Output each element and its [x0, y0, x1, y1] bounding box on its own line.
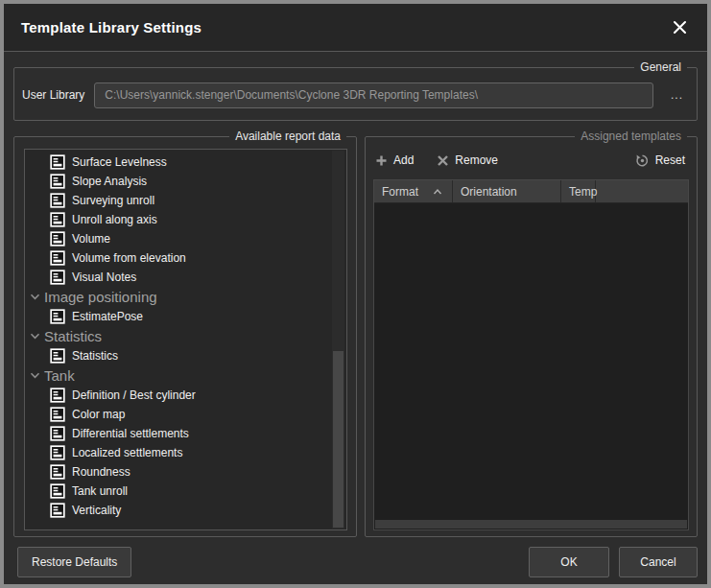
tree-item-label: Tank unroll	[72, 484, 128, 498]
tree-group[interactable]: Statistics	[25, 326, 330, 346]
chevron-down-icon[interactable]	[29, 331, 40, 342]
report-icon	[50, 250, 65, 266]
available-report-data-group: Available report data Surface LevelnessS…	[13, 136, 357, 537]
window-frame: Template Library Settings General User L…	[0, 0, 711, 588]
tree-item[interactable]: Surface Levelness	[25, 153, 330, 172]
table-hscrollbar-thumb[interactable]	[375, 520, 687, 529]
report-data-tree: Surface LevelnessSlope AnalysisSurveying…	[25, 153, 330, 520]
remove-button[interactable]: Remove	[437, 153, 498, 167]
close-button[interactable]	[667, 15, 692, 40]
ok-button[interactable]: OK	[529, 547, 609, 577]
tree-item-label: Roundness	[72, 465, 130, 479]
tree-scrollbar-thumb[interactable]	[333, 351, 344, 528]
tree-item[interactable]: Volume from elevation	[25, 248, 330, 268]
column-header-label: Format	[382, 185, 418, 199]
tree-vertical-scrollbar	[332, 151, 344, 529]
report-data-listbox: Surface LevelnessSlope AnalysisSurveying…	[24, 149, 347, 530]
report-icon	[50, 309, 65, 324]
tree-group[interactable]: Tank	[25, 365, 330, 386]
tree-group[interactable]: Image positioning	[25, 287, 330, 307]
tree-item-label: Differential settlements	[72, 427, 189, 440]
tree-group-label: Statistics	[44, 328, 102, 344]
tree-item-label: Localized settlements	[72, 446, 182, 459]
tree-item-label: Surveying unroll	[72, 194, 154, 207]
template-library-settings-dialog: Template Library Settings General User L…	[4, 4, 707, 584]
column-header-label: Temp	[569, 185, 597, 199]
report-icon	[50, 193, 65, 208]
user-library-input[interactable]	[94, 82, 653, 108]
reset-button[interactable]: Reset	[635, 153, 685, 168]
titlebar: Template Library Settings	[4, 4, 707, 52]
available-legend: Available report data	[229, 129, 346, 144]
tree-item[interactable]: Verticality	[25, 501, 330, 520]
assigned-templates-table: FormatOrientationTemp	[373, 179, 689, 530]
tree-item[interactable]: Visual Notes	[25, 268, 330, 287]
tree-item-label: EstimatePose	[72, 310, 143, 323]
tree-item-label: Statistics	[72, 349, 118, 363]
tree-item[interactable]: Surveying unroll	[25, 191, 330, 210]
report-icon	[50, 212, 65, 227]
dialog-title: Template Library Settings	[21, 19, 201, 35]
column-header-label: Orientation	[461, 185, 517, 199]
report-icon	[50, 154, 65, 170]
report-icon	[50, 464, 65, 480]
assigned-templates-group: Assigned templates Add Remo	[365, 136, 698, 537]
reset-icon	[635, 153, 650, 168]
add-label: Add	[393, 153, 414, 167]
tree-item-label: Definition / Best cylinder	[72, 388, 196, 402]
tree-group-label: Tank	[44, 367, 75, 384]
report-icon	[50, 426, 65, 441]
report-icon	[50, 503, 65, 518]
panels-row: Available report data Surface LevelnessS…	[13, 136, 698, 537]
x-icon	[437, 154, 449, 167]
general-group: General User Library ...	[13, 67, 698, 121]
user-library-label: User Library	[22, 88, 84, 102]
report-icon	[50, 407, 65, 422]
table-horizontal-scrollbar	[374, 520, 688, 529]
cancel-button[interactable]: Cancel	[619, 547, 698, 577]
tree-item[interactable]: Localized settlements	[25, 443, 330, 462]
reset-label: Reset	[655, 153, 685, 167]
dialog-body: General User Library ... Available repor…	[4, 52, 707, 584]
footer: Restore Defaults OK Cancel	[13, 537, 698, 584]
tree-item[interactable]: Volume	[25, 229, 330, 248]
remove-label: Remove	[455, 153, 498, 167]
tree-item[interactable]: Color map	[25, 405, 330, 424]
column-header-format[interactable]: Format	[374, 180, 453, 202]
tree-item-label: Volume from elevation	[72, 251, 186, 265]
report-icon	[50, 483, 65, 499]
column-header-empty[interactable]	[596, 180, 688, 202]
tree-item[interactable]: Slope Analysis	[25, 172, 330, 191]
chevron-down-icon[interactable]	[29, 292, 40, 303]
tree-item[interactable]: Roundness	[25, 462, 330, 482]
general-legend: General	[634, 59, 687, 75]
report-icon	[50, 445, 65, 460]
close-icon	[672, 19, 688, 35]
chevron-down-icon[interactable]	[29, 370, 40, 382]
restore-defaults-button[interactable]: Restore Defaults	[17, 547, 131, 577]
tree-item[interactable]: Differential settlements	[25, 424, 330, 443]
tree-item[interactable]: Statistics	[25, 346, 330, 365]
tree-item-label: Volume	[72, 232, 110, 246]
tree-group-label: Image positioning	[44, 289, 157, 305]
report-icon	[50, 231, 65, 247]
tree-item-label: Slope Analysis	[72, 175, 147, 188]
report-icon	[50, 270, 65, 285]
assigned-legend: Assigned templates	[575, 129, 687, 144]
tree-item-label: Unroll along axis	[72, 213, 157, 226]
add-button[interactable]: Add	[375, 153, 414, 167]
tree-item-label: Verticality	[72, 504, 121, 517]
tree-item-label: Color map	[72, 408, 125, 421]
tree-item-label: Surface Levelness	[72, 155, 167, 169]
table-body-empty[interactable]	[374, 203, 688, 520]
column-header-orientation[interactable]: Orientation	[453, 180, 561, 202]
tree-item[interactable]: Unroll along axis	[25, 210, 330, 229]
report-icon	[50, 388, 65, 403]
report-icon	[50, 348, 65, 364]
browse-button[interactable]: ...	[667, 88, 687, 102]
plus-icon	[375, 154, 388, 167]
column-header-temp[interactable]: Temp	[561, 180, 596, 202]
tree-item[interactable]: EstimatePose	[25, 307, 330, 326]
tree-item[interactable]: Definition / Best cylinder	[25, 386, 330, 405]
tree-item[interactable]: Tank unroll	[25, 482, 330, 501]
